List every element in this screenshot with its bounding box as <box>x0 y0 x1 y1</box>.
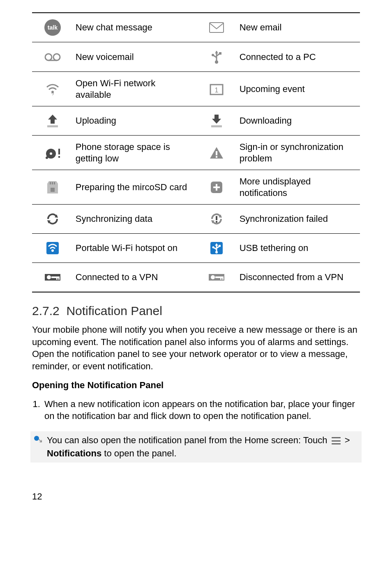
icon-label: Connected to a VPN <box>73 263 196 292</box>
document-page: talk New chat message New email New voic… <box>0 0 392 518</box>
svg-rect-7 <box>219 52 221 55</box>
svg-rect-26 <box>54 182 55 184</box>
svg-point-51 <box>211 275 215 279</box>
voicemail-icon <box>44 48 61 66</box>
section-title-text: Notification Panel <box>66 304 162 318</box>
subsection-heading: Opening the Notification Panel <box>32 380 360 391</box>
table-row: Synchronizing data Synchronization faile… <box>32 205 360 234</box>
icon-label: More undisplayed notifications <box>237 170 360 205</box>
icon-label: Portable Wi-Fi hotspot on <box>73 234 196 263</box>
list-item: When a new notification icon appears on … <box>43 398 360 422</box>
svg-point-18 <box>46 157 48 159</box>
vpn-connected-icon <box>44 269 61 286</box>
table-row: Preparing the mircoSD card More undispla… <box>32 170 360 205</box>
steps-list: When a new notification icon appears on … <box>32 398 360 422</box>
table-row: Phone storage space is getting low Sign-… <box>32 136 360 170</box>
usb-icon <box>208 48 225 65</box>
download-icon <box>208 112 225 129</box>
storage-low-icon <box>44 144 61 161</box>
usb-tether-icon <box>208 239 225 257</box>
svg-point-38 <box>51 249 54 252</box>
tip-gt: > <box>345 435 350 445</box>
tip-bold: Notifications <box>47 448 101 458</box>
svg-rect-30 <box>213 186 220 188</box>
wifi-open-icon: ? <box>44 81 61 98</box>
icon-label: New chat message <box>73 13 196 42</box>
table-row: talk New chat message New email <box>32 13 360 42</box>
tip-text-pre: You can also open the notification panel… <box>47 435 330 445</box>
icon-label: Synchronization failed <box>237 205 360 234</box>
icon-label: Preparing the mircoSD card <box>73 170 196 205</box>
table-row: New voicemail Connected to a PC <box>32 42 360 72</box>
section-paragraph: Your mobile phone will notify you when y… <box>32 324 360 373</box>
icon-label: New email <box>237 13 360 42</box>
svg-rect-24 <box>50 182 51 184</box>
calendar-icon: 1 <box>208 81 225 98</box>
svg-rect-47 <box>51 276 59 278</box>
menu-icon <box>332 437 341 444</box>
icon-label: Disconnected from a VPN <box>237 263 360 292</box>
tip-tail: to open the panel. <box>101 448 176 458</box>
page-number: 12 <box>32 491 360 502</box>
tip-block: ➔ You can also open the notification pan… <box>30 431 362 463</box>
sync-icon <box>44 210 61 228</box>
svg-rect-15 <box>211 125 222 127</box>
more-notifications-icon <box>208 179 225 196</box>
svg-rect-25 <box>52 182 53 184</box>
svg-point-17 <box>50 152 52 155</box>
svg-rect-27 <box>51 188 55 192</box>
svg-marker-12 <box>48 115 57 124</box>
icon-label: New voicemail <box>73 42 196 72</box>
email-icon <box>208 19 225 36</box>
icon-label: Phone storage space is getting low <box>73 136 196 170</box>
icon-label: Upcoming event <box>237 72 360 106</box>
svg-rect-19 <box>58 149 60 154</box>
icon-label: USB tethering on <box>237 234 360 263</box>
warning-icon <box>208 144 225 161</box>
section-number: 2.7.2 <box>32 304 60 318</box>
sync-failed-icon <box>208 210 225 228</box>
icon-label: Connected to a PC <box>237 42 360 72</box>
svg-rect-20 <box>58 156 60 158</box>
svg-rect-35 <box>216 216 217 220</box>
icon-label: Uploading <box>73 106 196 136</box>
icon-label: Open Wi-Fi network available <box>73 72 196 106</box>
icon-label: Synchronizing data <box>73 205 196 234</box>
svg-rect-53 <box>220 276 221 280</box>
svg-rect-48 <box>56 276 58 280</box>
svg-marker-14 <box>212 115 221 124</box>
svg-rect-36 <box>216 221 217 223</box>
notification-icons-table: talk New chat message New email New voic… <box>32 12 360 292</box>
svg-rect-52 <box>215 276 223 278</box>
tip-text: You can also open the notification panel… <box>47 434 360 460</box>
svg-point-2 <box>53 54 60 60</box>
talk-icon: talk <box>44 19 61 36</box>
icon-label: Sign-in or synchronization problem <box>237 136 360 170</box>
svg-rect-0 <box>210 23 224 32</box>
svg-rect-44 <box>219 245 221 247</box>
table-row: Uploading Downloading <box>32 106 360 136</box>
svg-point-46 <box>47 275 51 279</box>
sd-card-icon <box>44 179 61 196</box>
svg-rect-49 <box>58 276 60 280</box>
svg-rect-22 <box>216 151 217 155</box>
table-row: Portable Wi-Fi hotspot on USB tethering … <box>32 234 360 263</box>
tip-icon: ➔ <box>30 434 47 449</box>
svg-point-6 <box>212 54 214 56</box>
hotspot-icon <box>44 239 61 257</box>
table-row: Connected to a VPN Disconnected from a V… <box>32 263 360 292</box>
vpn-disconnected-icon <box>208 269 225 286</box>
svg-text:1: 1 <box>214 87 218 94</box>
svg-rect-23 <box>216 156 217 158</box>
svg-rect-13 <box>47 125 58 127</box>
upload-icon <box>44 112 61 129</box>
svg-rect-54 <box>222 276 224 280</box>
svg-point-1 <box>45 54 52 60</box>
section-heading: 2.7.2 Notification Panel <box>32 304 360 318</box>
table-row: ? Open Wi-Fi network available 1 Upcomin… <box>32 72 360 106</box>
svg-point-43 <box>212 246 214 249</box>
svg-text:?: ? <box>51 92 54 95</box>
icon-label: Downloading <box>237 106 360 136</box>
